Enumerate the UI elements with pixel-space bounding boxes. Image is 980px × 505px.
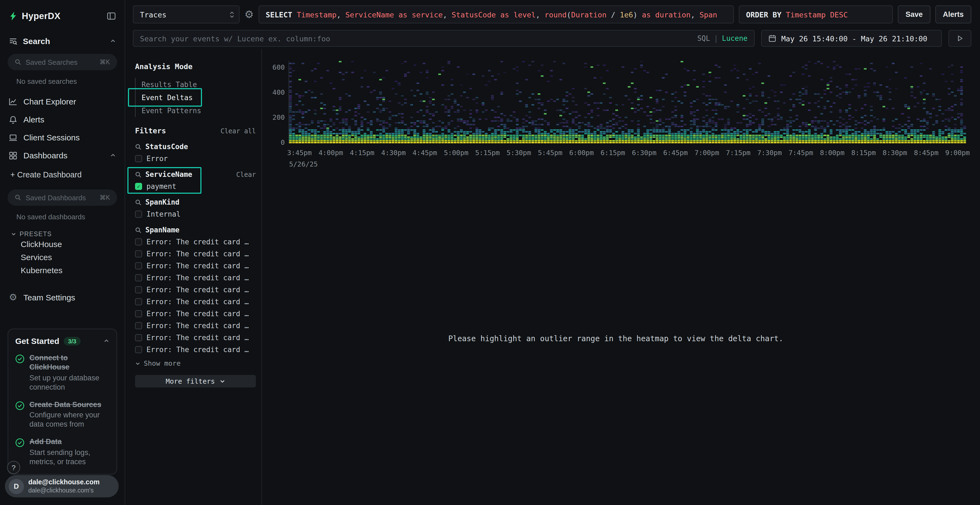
- chevron-down-icon: [135, 360, 140, 366]
- preset-item-services[interactable]: Services: [0, 250, 125, 264]
- time-range-picker[interactable]: May 26 15:40:00 - May 26 21:10:00: [761, 30, 942, 47]
- sql-query-input[interactable]: SELECT Timestamp, ServiceName as service…: [259, 5, 734, 24]
- alerts-button[interactable]: Alerts: [935, 5, 971, 24]
- checkbox[interactable]: [135, 298, 142, 305]
- filter-option-payment[interactable]: payment: [135, 182, 256, 191]
- filter-option-error-the-credit-card[interactable]: Error: The credit card …: [135, 250, 256, 258]
- sidebar-item-alerts[interactable]: Alerts: [0, 110, 125, 129]
- filter-option-error-the-credit-card[interactable]: Error: The credit card …: [135, 238, 256, 246]
- checkbox-checked[interactable]: [135, 183, 142, 190]
- sidebar-item-client-sessions[interactable]: Client Sessions: [0, 129, 125, 146]
- x-tick-label: 7:45pm: [789, 149, 813, 157]
- heatmap-canvas[interactable]: [289, 61, 966, 144]
- preset-item-clickhouse[interactable]: ClickHouse: [0, 237, 125, 250]
- sidebar-collapse-icon[interactable]: [107, 11, 116, 21]
- user-menu[interactable]: D dale@clickhouse.com dale@clickhouse.co…: [5, 475, 119, 497]
- order-by-input[interactable]: ORDER BY Timestamp DESC: [739, 5, 893, 24]
- sidebar-item-team-settings[interactable]: ⚙ Team Settings: [0, 288, 125, 306]
- x-tick-label: 8:15pm: [851, 149, 876, 157]
- preset-list: ClickHouseServicesKubernetes: [0, 237, 125, 276]
- saved-dashboards-input[interactable]: Saved Dashboards ⌘K: [8, 189, 117, 206]
- facet-header-spankind[interactable]: SpanKind: [135, 198, 256, 206]
- filter-option-error[interactable]: Error: [135, 154, 256, 163]
- calendar-icon: [768, 34, 776, 43]
- filter-option-label: Error: The credit card …: [146, 238, 249, 246]
- sql-mode-toggle[interactable]: SQL: [697, 34, 710, 43]
- checkbox[interactable]: [135, 322, 142, 329]
- more-filters-button[interactable]: More filters: [135, 375, 256, 387]
- filter-option-error-the-credit-card[interactable]: Error: The credit card …: [135, 322, 256, 330]
- x-tick-label: 8:45pm: [914, 149, 939, 157]
- lucene-mode-toggle[interactable]: Lucene: [722, 34, 748, 43]
- checkbox[interactable]: [135, 274, 142, 281]
- filter-option-error-the-credit-card[interactable]: Error: The credit card …: [135, 262, 256, 270]
- checkbox[interactable]: [135, 238, 142, 245]
- checkbox[interactable]: [135, 346, 142, 353]
- search-icon: [15, 194, 21, 201]
- search-list-icon: [9, 37, 18, 45]
- checklist-item-description: Set up your database connection: [29, 374, 110, 392]
- x-tick-label: 7:15pm: [726, 149, 751, 157]
- get-started-header[interactable]: Get Started 3/3: [15, 336, 110, 346]
- saved-searches-input[interactable]: Saved Searches ⌘K: [8, 54, 117, 70]
- checklist-item-connect-to-clickhouse[interactable]: Connect to ClickHouseSet up your databas…: [15, 354, 110, 392]
- x-tick-label: 9:00pm: [945, 149, 970, 157]
- filter-option-error-the-credit-card[interactable]: Error: The credit card …: [135, 333, 256, 342]
- x-tick-label: 6:30pm: [632, 149, 656, 157]
- sidebar-item-chart-explorer[interactable]: Chart Explorer: [0, 92, 125, 110]
- help-button[interactable]: ?: [7, 461, 20, 474]
- facet-header-spanname[interactable]: SpanName: [135, 226, 256, 234]
- source-settings-gear-icon[interactable]: ⚙: [245, 9, 254, 20]
- filter-option-label: Error: The credit card …: [146, 322, 249, 330]
- laptop-icon: [9, 133, 18, 142]
- checklist-item-add-data[interactable]: Add DataStart sending logs, metrics, or …: [15, 438, 110, 467]
- checkbox[interactable]: [135, 310, 142, 317]
- checklist-item-create-data-sources[interactable]: Create Data SourcesConfigure where your …: [15, 400, 110, 429]
- main-content: 5/26/25 60040020003:45pm4:00pm4:15pm4:30…: [262, 49, 980, 505]
- checkbox[interactable]: [135, 250, 142, 257]
- lucene-search-input[interactable]: Search your events w/ Lucene ex. column:…: [133, 30, 755, 47]
- x-tick-label: 5:45pm: [538, 149, 562, 157]
- filter-option-error-the-credit-card[interactable]: Error: The credit card …: [135, 298, 256, 306]
- presets-toggle[interactable]: PRESETS: [11, 231, 116, 237]
- x-axis-date: 5/26/25: [289, 160, 318, 168]
- facet-clear-button[interactable]: Clear: [236, 171, 256, 178]
- facet-header-statuscode[interactable]: StatusCode: [135, 143, 256, 151]
- filter-option-internal[interactable]: Internal: [135, 210, 256, 218]
- create-dashboard-button[interactable]: + Create Dashboard: [10, 168, 116, 181]
- duration-heatmap[interactable]: 5/26/25 60040020003:45pm4:00pm4:15pm4:30…: [262, 49, 980, 505]
- y-tick-label: 600: [262, 63, 285, 71]
- analysis-mode-option-event-patterns[interactable]: Event Patterns: [135, 104, 256, 117]
- save-button[interactable]: Save: [898, 5, 930, 24]
- analysis-mode-option-results-table[interactable]: Results Table: [135, 78, 256, 91]
- checkbox[interactable]: [135, 286, 142, 293]
- filter-option-label: Error: The credit card …: [146, 310, 249, 318]
- checkbox[interactable]: [135, 211, 142, 218]
- filter-option-error-the-credit-card[interactable]: Error: The credit card …: [135, 274, 256, 282]
- show-more-button[interactable]: Show more: [135, 359, 256, 367]
- preset-item-kubernetes[interactable]: Kubernetes: [0, 264, 125, 276]
- checklist-item-description: Start sending logs, metrics, or traces: [29, 448, 110, 467]
- source-select[interactable]: Traces: [133, 5, 240, 24]
- analysis-mode-option-event-deltas[interactable]: Event Deltas: [135, 91, 256, 104]
- nav-label: Alerts: [24, 115, 45, 124]
- filter-option-label: Error: The credit card …: [146, 333, 249, 342]
- run-query-button[interactable]: [948, 30, 971, 47]
- checkbox[interactable]: [135, 334, 142, 341]
- order-by-text: ORDER BY Timestamp DESC: [746, 10, 848, 19]
- clear-all-filters-button[interactable]: Clear all: [221, 127, 256, 135]
- chevron-down-icon: [219, 378, 225, 384]
- filter-option-label: Error: The credit card …: [146, 274, 249, 282]
- hyperdx-bolt-icon: [9, 11, 18, 21]
- checkbox[interactable]: [135, 262, 142, 269]
- filter-option-error-the-credit-card[interactable]: Error: The credit card …: [135, 286, 256, 294]
- filter-option-label: payment: [146, 182, 177, 191]
- checkbox[interactable]: [135, 155, 142, 162]
- facet-groups: StatusCodeErrorServiceNamepaymentClearSp…: [135, 143, 256, 354]
- x-tick-label: 4:30pm: [381, 149, 406, 157]
- sidebar-item-search[interactable]: Search: [0, 37, 125, 46]
- filter-option-error-the-credit-card[interactable]: Error: The credit card …: [135, 310, 256, 318]
- sidebar-item-dashboards[interactable]: Dashboards: [0, 146, 125, 164]
- app-root: HyperDX Search Saved Searches ⌘K No save…: [0, 0, 980, 505]
- filter-option-error-the-credit-card[interactable]: Error: The credit card …: [135, 346, 256, 354]
